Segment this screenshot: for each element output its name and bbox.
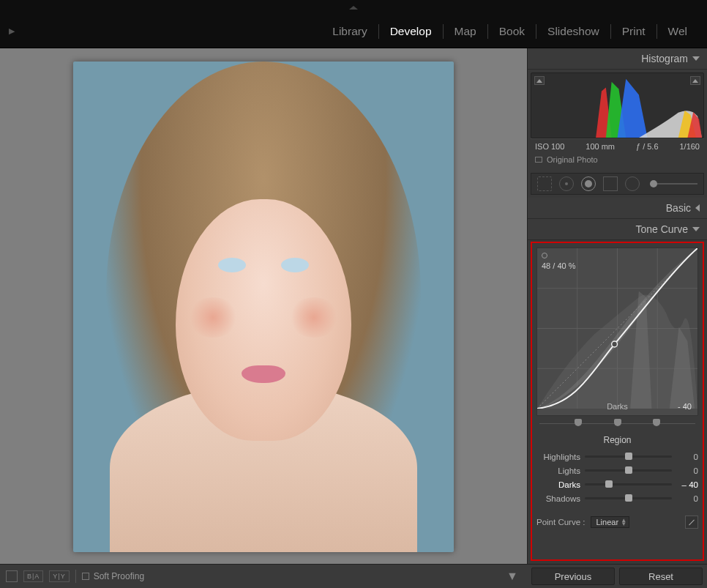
module-map[interactable]: Map	[444, 25, 487, 38]
module-book[interactable]: Book	[488, 25, 536, 38]
exif-iso: ISO 100	[535, 142, 564, 151]
collapse-icon	[692, 56, 700, 61]
right-panel: Histogram ISO 100 100 mm ƒ / 5.6	[527, 48, 707, 564]
collapse-icon	[692, 227, 700, 231]
exif-shutter: 1/160	[679, 142, 700, 151]
module-web[interactable]: Wel	[657, 25, 698, 38]
svg-point-7	[612, 341, 618, 347]
panel-basic-header[interactable]: Basic	[528, 198, 707, 219]
preview-image	[73, 62, 454, 552]
previous-button[interactable]: Previous	[531, 567, 615, 585]
original-photo-toggle[interactable]: Original Photo	[531, 152, 704, 170]
slider-lights[interactable]: Lights 0	[536, 464, 698, 477]
reset-button[interactable]: Reset	[619, 567, 703, 585]
exif-aperture: ƒ / 5.6	[636, 142, 659, 151]
region-split-pin[interactable]	[575, 419, 582, 426]
radial-filter-tool-icon[interactable]	[625, 176, 640, 191]
checkbox-icon	[535, 157, 542, 163]
canvas[interactable]	[0, 48, 527, 564]
loupe-view-button[interactable]	[6, 570, 18, 582]
region-split-pin[interactable]	[614, 419, 621, 426]
checkbox-icon	[82, 573, 89, 580]
module-develop[interactable]: Develop	[379, 25, 443, 38]
histogram-plot[interactable]	[531, 72, 704, 138]
slider-darks[interactable]: Darks – 40	[536, 477, 698, 491]
panel-title: Basic	[666, 202, 691, 214]
module-print[interactable]: Print	[611, 25, 656, 38]
region-split-pin[interactable]	[653, 419, 660, 426]
exif-focal: 100 mm	[586, 142, 615, 151]
point-curve-select[interactable]: Linear ▲▼	[591, 516, 629, 528]
crop-tool-icon[interactable]	[537, 176, 552, 191]
before-after-vertical-button[interactable]: Y|Y	[49, 570, 69, 582]
exif-row: ISO 100 100 mm ƒ / 5.6 1/160	[531, 138, 704, 152]
tone-curve-graph[interactable]: 48 / 40 %	[536, 248, 698, 416]
curve-region-label: Darks	[607, 402, 628, 411]
brush-tool-icon[interactable]	[650, 183, 697, 185]
stepper-icon: ▲▼	[621, 518, 626, 526]
bottom-toolbar: B|A Y|Y Soft Proofing ▼ Previous Reset	[0, 564, 707, 588]
spot-removal-tool-icon[interactable]	[559, 176, 574, 191]
original-photo-label: Original Photo	[547, 155, 598, 164]
expand-left-icon[interactable]: ▶	[9, 26, 15, 36]
before-after-horizontal-button[interactable]: B|A	[23, 570, 43, 582]
module-slideshow[interactable]: Slideshow	[536, 25, 610, 38]
curve-region-value: - 40	[678, 402, 692, 411]
slider-shadows[interactable]: Shadows 0	[536, 491, 698, 505]
region-split-slider[interactable]	[539, 419, 695, 429]
region-heading: Region	[536, 435, 698, 445]
panel-histogram-header[interactable]: Histogram	[528, 48, 707, 70]
divider	[75, 570, 76, 583]
redeye-tool-icon[interactable]	[581, 176, 596, 191]
tone-curve-panel: 48 / 40 %	[531, 242, 704, 561]
slider-highlights[interactable]: Highlights 0	[536, 450, 698, 464]
panel-tonecurve-header[interactable]: Tone Curve	[528, 219, 707, 240]
expand-top-notch-icon	[349, 6, 358, 10]
graduated-filter-tool-icon[interactable]	[603, 176, 618, 191]
soft-proofing-toggle[interactable]: Soft Proofing	[82, 571, 144, 581]
panel-title: Histogram	[641, 53, 688, 64]
collapsed-icon	[695, 204, 700, 212]
module-picker: ▶ Library Develop Map Book Slideshow Pri…	[0, 15, 707, 48]
panel-title: Tone Curve	[635, 223, 688, 235]
top-collapse-bar[interactable]	[0, 0, 707, 15]
edit-point-curve-button[interactable]	[685, 516, 698, 529]
local-tools-strip	[531, 173, 704, 195]
toolbar-menu-button[interactable]: ▼	[504, 569, 521, 584]
point-curve-label: Point Curve :	[536, 518, 585, 526]
module-library[interactable]: Library	[321, 25, 378, 38]
